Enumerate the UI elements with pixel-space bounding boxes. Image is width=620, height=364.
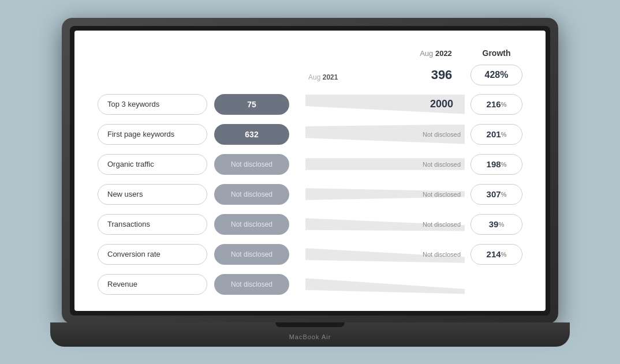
laptop-screen-body: Aug 2022 Growth 396 428% (62, 18, 558, 324)
row-label: Organic traffic (98, 154, 207, 175)
row-label: First page keywords (98, 124, 207, 145)
aug2021-cell: 632 (214, 124, 289, 145)
aug2022-cell: Not disclosed (413, 184, 470, 205)
aug2021-cell: Not disclosed (214, 154, 289, 175)
aug2022-header: Aug 2022 (407, 48, 465, 58)
row-label: Transactions (98, 214, 207, 235)
aug2021-cell: Not disclosed (214, 244, 289, 265)
screen-content: Aug 2022 Growth 396 428% (74, 31, 546, 311)
row-connector (305, 275, 465, 294)
row-label: New users (98, 184, 207, 205)
table-row: First page keywords632Not disclosed201% (98, 119, 522, 149)
aug2022-cell: Not disclosed (413, 244, 470, 265)
laptop-base: MacBook Air (50, 322, 570, 347)
row-label: Conversion rate (98, 244, 207, 265)
aug2021-cell: Not disclosed (214, 214, 289, 235)
top-aug2022-value: 396 (413, 67, 470, 82)
aug2022-label: Aug 2022 (420, 49, 452, 58)
table-row: Conversion rateNot disclosedNot disclose… (98, 239, 522, 269)
aug2021-cell: Not disclosed (214, 274, 289, 295)
screen: Aug 2022 Growth 396 428% (74, 31, 546, 311)
row-label: Revenue (98, 274, 207, 295)
table-row: Organic trafficNot disclosedNot disclose… (98, 149, 522, 179)
aug2021-cell: 75 (214, 94, 289, 115)
growth-header: Growth (470, 48, 522, 58)
growth-cell: 198% (470, 154, 522, 175)
laptop-notch (275, 322, 345, 327)
aug2021-column-header: Aug 2021 (308, 73, 338, 81)
aug2022-cell: Not disclosed (413, 124, 470, 145)
table-row: TransactionsNot disclosedNot disclosed39… (98, 209, 522, 239)
table-row: Top 3 keywords752000216% (98, 89, 522, 119)
aug2022-cell: 2000 (413, 94, 470, 115)
aug2022-cell: Not disclosed (413, 214, 470, 235)
macbook-label: MacBook Air (289, 333, 331, 340)
growth-cell: 39% (470, 214, 522, 235)
top-growth-box: 428% (470, 65, 522, 85)
table-row: RevenueNot disclosed (98, 269, 522, 299)
growth-cell: 216% (470, 94, 522, 115)
growth-cell: 307% (470, 184, 522, 205)
row-label: Top 3 keywords (98, 94, 207, 115)
data-table: Aug 2021 Top 3 keywords752000216%First p… (98, 89, 522, 299)
laptop-container: Aug 2022 Growth 396 428% (62, 18, 558, 347)
growth-cell: 214% (470, 244, 522, 265)
aug2022-cell: Not disclosed (413, 154, 470, 175)
screen-bezel: Aug 2022 Growth 396 428% (70, 26, 550, 316)
column-headers: Aug 2022 Growth (98, 48, 522, 58)
aug2021-cell: Not disclosed (214, 184, 289, 205)
growth-cell: 201% (470, 124, 522, 145)
table-row: New usersNot disclosedNot disclosed307% (98, 179, 522, 209)
